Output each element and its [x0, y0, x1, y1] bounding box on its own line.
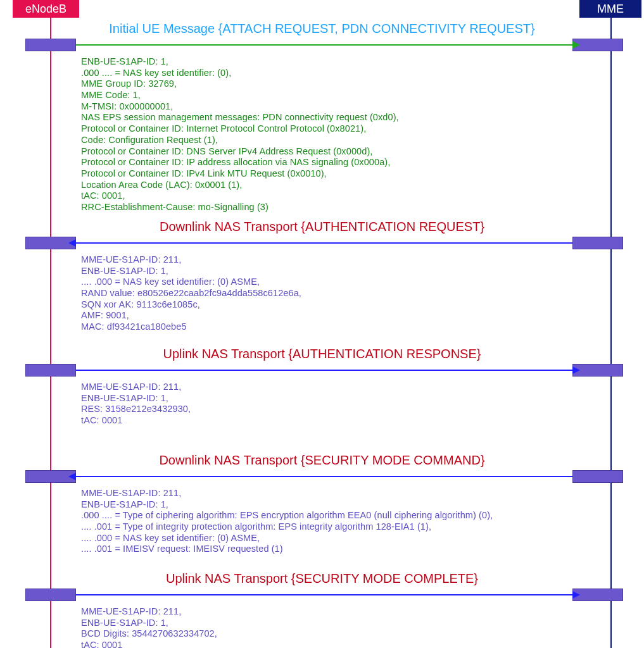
- arrow-head-right-icon: [572, 41, 580, 49]
- message-title: Initial UE Message {ATTACH REQUEST, PDN …: [0, 22, 644, 36]
- activation-bar-mme: [572, 364, 623, 377]
- activation-bar-mme: [572, 589, 623, 601]
- arrow-line: [76, 370, 572, 371]
- message-title: Downlink NAS Transport {AUTHENTICATION R…: [0, 220, 644, 234]
- message-title: Uplink NAS Transport {SECURITY MODE COMP…: [0, 571, 644, 586]
- activation-bar-mme: [572, 39, 623, 51]
- message-title: Downlink NAS Transport {SECURITY MODE CO…: [0, 453, 644, 468]
- arrow-line: [76, 594, 572, 595]
- message-details: ENB-UE-S1AP-ID: 1, .000 .... = NAS key s…: [81, 56, 644, 213]
- message-security-complete: Uplink NAS Transport {SECURITY MODE COMP…: [0, 571, 644, 647]
- arrow-line: [76, 242, 572, 244]
- message-auth-response: Uplink NAS Transport {AUTHENTICATION RES…: [0, 347, 644, 423]
- message-security-command: Downlink NAS Transport {SECURITY MODE CO…: [0, 453, 644, 551]
- message-auth-request: Downlink NAS Transport {AUTHENTICATION R…: [0, 220, 644, 329]
- message-details: MME-UE-S1AP-ID: 211, ENB-UE-S1AP-ID: 1, …: [81, 606, 644, 648]
- arrow-line: [76, 44, 572, 46]
- participant-mme: MME: [579, 0, 641, 18]
- message-title: Uplink NAS Transport {AUTHENTICATION RES…: [0, 347, 644, 361]
- arrow-head-right-icon: [572, 366, 580, 374]
- participant-enodeb: eNodeB: [13, 0, 79, 18]
- arrow-line: [76, 476, 572, 477]
- arrow-head-left-icon: [68, 239, 76, 247]
- arrow-head-left-icon: [68, 473, 76, 480]
- activation-bar-enodeb: [25, 39, 76, 51]
- arrow-head-right-icon: [572, 591, 580, 599]
- activation-bar-enodeb: [25, 364, 76, 377]
- message-details: MME-UE-S1AP-ID: 211, ENB-UE-S1AP-ID: 1, …: [81, 382, 644, 427]
- message-details: MME-UE-S1AP-ID: 211, ENB-UE-S1AP-ID: 1, …: [81, 254, 644, 333]
- activation-bar-mme: [572, 470, 623, 483]
- activation-bar-enodeb: [25, 589, 76, 601]
- activation-bar-mme: [572, 237, 623, 249]
- message-initial-ue: Initial UE Message {ATTACH REQUEST, PDN …: [0, 22, 644, 209]
- message-details: MME-UE-S1AP-ID: 211, ENB-UE-S1AP-ID: 1, …: [81, 488, 644, 555]
